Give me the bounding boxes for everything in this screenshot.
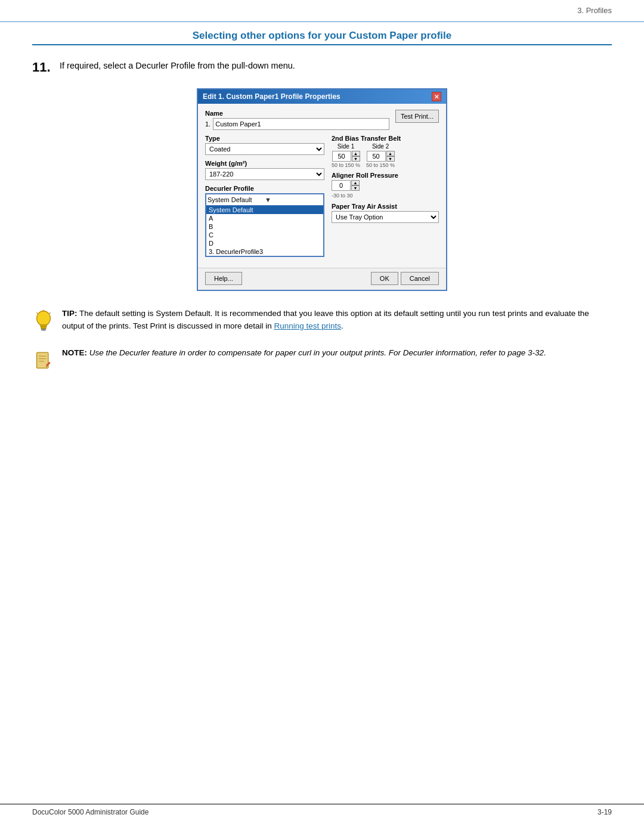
name-row: Name 1. Test Print...	[205, 110, 439, 130]
page-header: 3. Profiles	[577, 6, 612, 15]
tip-icon	[32, 309, 55, 335]
weight-group: Weight (g/m²) 187-220	[205, 160, 324, 180]
two-col-layout: Type Coated Weight (g/m²) 187-220	[205, 135, 439, 262]
side2-spinner: ▲ ▼	[367, 151, 395, 162]
note-block: NOTE: Use the Decurler feature in order …	[32, 347, 612, 374]
main-content: Selecting other options for your Custom …	[32, 30, 612, 374]
side2-spinner-btns: ▲ ▼	[386, 151, 395, 162]
side1-label: Side 1	[338, 143, 354, 150]
section-label: 3. Profiles	[577, 6, 612, 15]
svg-rect-3	[41, 329, 45, 330]
decurler-value: System Default	[208, 196, 265, 203]
cancel-button[interactable]: Cancel	[401, 272, 439, 285]
tray-section: Paper Tray Air Assist Use Tray Option	[332, 203, 439, 223]
note-label: NOTE:	[62, 348, 87, 357]
tip-label: TIP:	[62, 309, 78, 318]
svg-line-6	[49, 312, 51, 314]
dropdown-item-4[interactable]: D	[206, 239, 323, 247]
dialog-title: Edit 1. Custom Paper1 Profile Properties	[203, 92, 432, 101]
footer-left: DocuColor 5000 Administrator Guide	[32, 808, 148, 816]
type-group: Type Coated	[205, 135, 324, 155]
note-icon	[32, 348, 55, 374]
help-button[interactable]: Help...	[205, 272, 242, 285]
test-print-button[interactable]: Test Print...	[395, 110, 439, 123]
side1-input[interactable]	[332, 151, 351, 162]
side1-up-button[interactable]: ▲	[352, 151, 360, 156]
tip-block: TIP: The default setting is System Defau…	[32, 308, 612, 335]
type-select[interactable]: Coated	[205, 143, 324, 155]
bias-sides: Side 1 ▲ ▼ 50 to 150 %	[332, 143, 439, 168]
top-rule	[0, 21, 644, 22]
aligner-label: Aligner Roll Pressure	[332, 172, 439, 179]
name-prefix: 1.	[205, 120, 210, 128]
side2-up-button[interactable]: ▲	[386, 151, 395, 156]
note-body: Use the Decurler feature in order to com…	[87, 348, 546, 357]
side2-range: 50 to 150 %	[366, 162, 395, 168]
running-test-prints-link[interactable]: Running test prints	[274, 321, 341, 330]
col-right: 2nd Bias Transfer Belt Side 1 ▲	[332, 135, 439, 262]
decurler-group: Decurler Profile System Default ▼ System…	[205, 185, 324, 257]
bias-label: 2nd Bias Transfer Belt	[332, 135, 439, 142]
note-text: NOTE: Use the Decurler feature in order …	[62, 347, 546, 360]
dropdown-item-3[interactable]: C	[206, 231, 323, 239]
dialog-close-button[interactable]: ✕	[432, 92, 441, 101]
name-input[interactable]	[213, 118, 389, 130]
svg-rect-2	[41, 327, 47, 329]
footer-btn-group: OK Cancel	[371, 272, 439, 285]
decurler-dropdown-field[interactable]: System Default ▼	[206, 194, 324, 206]
svg-line-5	[37, 312, 38, 314]
name-input-row: 1.	[205, 118, 389, 130]
step-number: 11.	[32, 60, 60, 75]
dropdown-arrow-icon: ▼	[265, 196, 322, 203]
side1-range: 50 to 150 %	[332, 162, 360, 168]
svg-point-0	[37, 311, 51, 326]
side1-spinner: ▲ ▼	[332, 151, 360, 162]
footer-right: 3-19	[597, 808, 612, 816]
tip-text-after: .	[341, 321, 343, 330]
name-label: Name	[205, 110, 389, 117]
dropdown-item-5[interactable]: 3. DecurlerProfile3	[206, 247, 323, 256]
svg-rect-1	[41, 324, 47, 327]
weight-label: Weight (g/m²)	[205, 160, 324, 167]
dialog-body: Name 1. Test Print... Type	[198, 104, 446, 268]
dialog: Edit 1. Custom Paper1 Profile Properties…	[197, 88, 447, 291]
dropdown-item-0[interactable]: System Default	[206, 206, 323, 214]
weight-select[interactable]: 187-220	[205, 168, 324, 180]
step-block: 11. If required, select a Decurler Profi…	[32, 60, 612, 75]
dialog-wrapper: Edit 1. Custom Paper1 Profile Properties…	[32, 88, 612, 291]
type-label: Type	[205, 135, 324, 142]
name-group: Name 1.	[205, 110, 389, 130]
aligner-section: Aligner Roll Pressure ▲ ▼ -30 to 30	[332, 172, 439, 199]
bias-section: 2nd Bias Transfer Belt Side 1 ▲	[332, 135, 439, 168]
aligner-input[interactable]	[332, 180, 351, 191]
side1-down-button[interactable]: ▼	[352, 156, 360, 162]
aligner-spinner-btns: ▲ ▼	[351, 180, 360, 191]
page-footer: DocuColor 5000 Administrator Guide 3-19	[0, 804, 644, 816]
side2-down-button[interactable]: ▼	[386, 156, 395, 162]
dialog-footer: Help... OK Cancel	[198, 268, 446, 290]
tip-text: TIP: The default setting is System Defau…	[62, 308, 612, 333]
bias-side2: Side 2 ▲ ▼ 50 to 150 %	[366, 143, 395, 168]
ok-button[interactable]: OK	[371, 272, 398, 285]
decurler-dropdown[interactable]: System Default ▼ System Default A B C D	[205, 193, 324, 257]
bias-side1: Side 1 ▲ ▼ 50 to 150 %	[332, 143, 360, 168]
col-left: Type Coated Weight (g/m²) 187-220	[205, 135, 324, 262]
dropdown-list: System Default A B C D 3. DecurlerProfil…	[206, 206, 324, 256]
section-heading: Selecting other options for your Custom …	[32, 30, 612, 45]
aligner-range: -30 to 30	[332, 193, 353, 199]
side2-label: Side 2	[372, 143, 389, 150]
svg-rect-7	[37, 352, 48, 368]
aligner-down-button[interactable]: ▼	[351, 185, 360, 191]
dropdown-item-2[interactable]: B	[206, 222, 323, 231]
tray-label: Paper Tray Air Assist	[332, 203, 439, 210]
dropdown-item-1[interactable]: A	[206, 214, 323, 222]
decurler-label: Decurler Profile	[205, 185, 324, 192]
step-text: If required, select a Decurler Profile f…	[60, 60, 295, 75]
dialog-titlebar: Edit 1. Custom Paper1 Profile Properties…	[198, 89, 446, 104]
side1-spinner-btns: ▲ ▼	[352, 151, 360, 162]
aligner-up-button[interactable]: ▲	[351, 180, 360, 185]
side2-input[interactable]	[367, 151, 386, 162]
aligner-spinner: ▲ ▼	[332, 180, 439, 191]
tray-select[interactable]: Use Tray Option	[332, 211, 439, 223]
